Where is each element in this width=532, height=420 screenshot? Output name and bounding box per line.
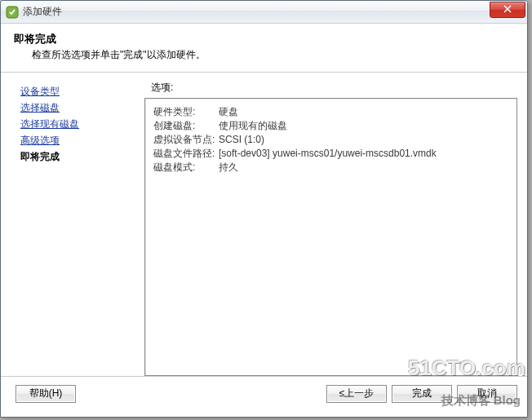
app-icon <box>6 6 19 19</box>
step-advanced-options[interactable]: 高级选项 <box>20 133 140 148</box>
row-create-disk: 创建磁盘: 使用现有的磁盘 <box>153 119 508 132</box>
page-title: 即将完成 <box>14 32 514 46</box>
wizard-body: 设备类型 选择磁盘 选择现有磁盘 高级选项 即将完成 选项: 硬件类型: 硬盘 … <box>1 73 527 376</box>
value-create-disk: 使用现有的磁盘 <box>219 119 508 132</box>
close-icon <box>503 4 512 15</box>
label-disk-mode: 磁盘模式: <box>153 161 219 174</box>
options-box: 硬件类型: 硬盘 创建磁盘: 使用现有的磁盘 虚拟设备节点: SCSI (1:0… <box>144 98 517 376</box>
titlebar: 添加硬件 <box>1 1 527 24</box>
dialog-window: 添加硬件 即将完成 检查所选选项并单击"完成"以添加硬件。 设备类型 选择磁盘 … <box>0 0 528 418</box>
label-create-disk: 创建磁盘: <box>153 119 219 132</box>
back-button[interactable]: ≤上一步 <box>326 385 387 403</box>
content-pane: 选项: 硬件类型: 硬盘 创建磁盘: 使用现有的磁盘 虚拟设备节点: SCSI … <box>144 79 517 376</box>
step-select-disk[interactable]: 选择磁盘 <box>20 100 140 115</box>
row-disk-mode: 磁盘模式: 持久 <box>153 161 508 174</box>
row-disk-path: 磁盘文件路径: [soft-dev03] yuwei-mscs01/yuwei-… <box>153 147 508 160</box>
help-button[interactable]: 帮助(H) <box>16 385 76 403</box>
wizard-footer: 帮助(H) ≤上一步 完成 取消 <box>1 376 527 410</box>
value-disk-mode: 持久 <box>219 161 508 174</box>
page-subtitle: 检查所选选项并单击"完成"以添加硬件。 <box>32 48 514 62</box>
wizard-steps-sidebar: 设备类型 选择磁盘 选择现有磁盘 高级选项 即将完成 <box>12 79 144 376</box>
close-button[interactable] <box>490 2 525 18</box>
row-hardware-type: 硬件类型: 硬盘 <box>153 105 508 118</box>
label-disk-path: 磁盘文件路径: <box>153 147 219 160</box>
step-select-existing-disk[interactable]: 选择现有磁盘 <box>20 117 140 131</box>
wizard-header: 即将完成 检查所选选项并单击"完成"以添加硬件。 <box>1 24 527 73</box>
finish-button[interactable]: 完成 <box>392 385 452 403</box>
label-virtual-node: 虚拟设备节点: <box>153 133 219 146</box>
value-hardware-type: 硬盘 <box>219 105 508 118</box>
label-hardware-type: 硬件类型: <box>153 105 219 118</box>
row-virtual-node: 虚拟设备节点: SCSI (1:0) <box>153 133 508 146</box>
value-disk-path: [soft-dev03] yuwei-mscs01/yuwei-mscsdb01… <box>219 147 508 160</box>
step-current: 即将完成 <box>20 149 140 164</box>
window-title: 添加硬件 <box>23 5 62 19</box>
options-label: 选项: <box>144 79 517 98</box>
step-device-type[interactable]: 设备类型 <box>20 84 140 99</box>
value-virtual-node: SCSI (1:0) <box>219 133 508 146</box>
cancel-button[interactable]: 取消 <box>457 385 517 403</box>
